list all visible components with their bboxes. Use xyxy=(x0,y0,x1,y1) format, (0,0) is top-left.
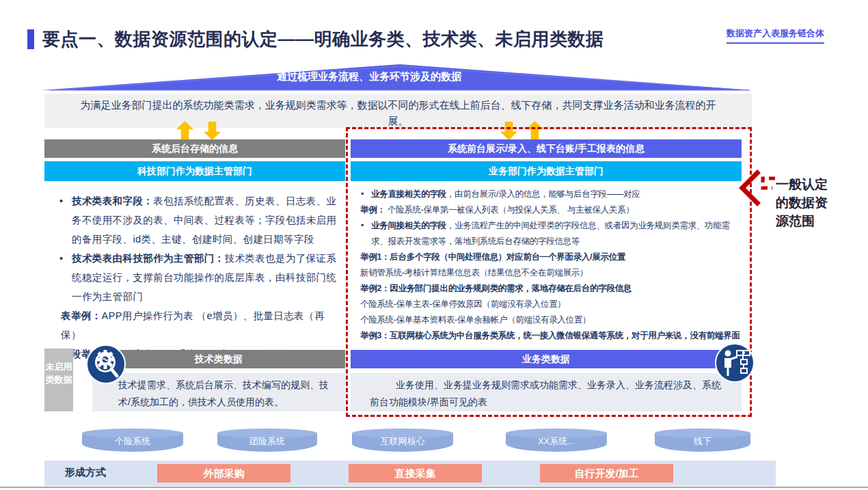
unused-category-box: 未启用类数据 xyxy=(44,349,73,411)
system-cylinder: XX系统... xyxy=(506,428,607,452)
corner-brand-tag: 数据资产入表服务链合体 xyxy=(727,27,824,44)
system-label: 团险系统 xyxy=(217,435,317,448)
left-bullet: 技术类表由科技部作为主管部门：技术类表也是为了保证系统稳定运行，支撑前台功能操作… xyxy=(44,249,345,306)
system-cylinder: 互联网核心 xyxy=(352,428,453,452)
bullet-label: 技术类表和字段： xyxy=(72,195,153,206)
left-bullet: 技术类表和字段：表包括系统配置表、历史表、日志表、业务不使用不涉及的表、中间表、… xyxy=(44,191,345,249)
right-line: 业务直接相关的字段，由前台展示/录入的信息，能够与后台字段——对应 xyxy=(351,187,742,202)
line-text: 个险系统-保单基本资料表-保单余额帐户（前端没有录入位置） xyxy=(360,315,591,325)
scope-arrow-icon xyxy=(737,167,779,215)
formation-method: 自行开发/加工 xyxy=(540,464,673,482)
left-subheader-bar: 科技部门作为数据主管部门 xyxy=(44,161,345,181)
line-text: 个险系统-保单第一被保人列表（与投保人关系、 与主被保人关系） xyxy=(385,205,634,215)
right-line: 业务间接相关的字段，业务流程产生的中间处理类的字段信息、或者因为业务规则类需求、… xyxy=(351,218,742,249)
funnel-label: 通过梳理业务流程、业务环节涉及的数据 xyxy=(205,70,533,83)
line-label: 举例2：因业务部门提出的业务规则类的需求，落地存储在后台的字段信息 xyxy=(360,284,632,293)
bottom-divider xyxy=(0,487,868,488)
intro-box: 为满足业务部门提出的系统功能类需求，业务规则类需求等，数据以不同的形式在线上前后… xyxy=(44,94,752,128)
slide-canvas: 要点一、数据资源范围的认定——明确业务类、技术类、未启用类数据 数据资产入表服务… xyxy=(0,0,868,490)
business-category-desc: 业务使用、业务提业务规则需求或功能需求、业务录入、业务流程涉及、系统前台功能模块… xyxy=(351,373,742,411)
right-line: 新销管系统-考核计算结果信息表（结果信息不全在前端展示） xyxy=(351,265,742,281)
formation-method: 外部采购 xyxy=(157,464,290,482)
tech-category-bar: 技术类数据 xyxy=(92,350,345,368)
system-cylinder: 团险系统 xyxy=(217,428,317,452)
formation-method: 直接采集 xyxy=(349,464,482,482)
scope-annotation: 一般认定的数据资源范围 xyxy=(776,175,836,230)
line-label: 举例1：后台多个字段（中间处理信息）对应前台一个界面录入/展示位置 xyxy=(360,252,625,262)
right-subheader-bar: 业务部门作为数据主管部门 xyxy=(351,161,742,181)
system-label: 互联网核心 xyxy=(352,435,453,448)
gear-magnifier-icon xyxy=(86,344,126,384)
right-line: 举例： 个险系统-保单第一被保人列表（与投保人关系、 与主被保人关系） xyxy=(351,202,742,218)
right-line: 个险系统-保单基本资料表-保单余额帐户（前端没有录入位置） xyxy=(351,312,742,328)
left-content-box: 技术类表和字段：表包括系统配置表、历史表、日志表、业务不使用不涉及的表、中间表、… xyxy=(44,182,345,346)
right-line: 举例2：因业务部门提出的业务规则类的需求，落地存储在后台的字段信息 xyxy=(351,281,742,297)
right-line: 个险系统-保单主表-保单停效原因（前端没有录入位置） xyxy=(351,297,742,312)
left-header-bar: 系统后台存储的信息 xyxy=(44,139,345,158)
business-category-bar: 业务类数据 xyxy=(351,350,742,368)
bullet-label: 技术类表由科技部作为主管部门： xyxy=(72,253,225,264)
title-accent-bar xyxy=(27,29,34,49)
right-line: 举例3：互联网核心系统为中台服务类系统，统一接入微信银保通等系统，对于用户来说，… xyxy=(351,328,742,344)
example-label: 表举例： xyxy=(61,310,102,321)
system-label: 个险系统 xyxy=(82,435,183,448)
system-label: XX系统... xyxy=(506,435,607,448)
line-text: 个险系统-保单主表-保单停效原因（前端没有录入位置） xyxy=(360,299,566,309)
right-line: 举例1：后台多个字段（中间处理信息）对应前台一个界面录入/展示位置 xyxy=(351,249,742,265)
right-header-bar: 系统前台展示/录入、线下台账/手工报表的信息 xyxy=(351,139,742,158)
page-title: 要点一、数据资源范围的认定——明确业务类、技术类、未启用类数据 xyxy=(42,27,604,51)
line-label: 业务间接相关的字段 xyxy=(371,221,446,230)
system-cylinder: 线下 xyxy=(655,428,750,452)
system-cylinder: 个险系统 xyxy=(82,428,183,452)
right-content-box: 业务直接相关的字段，由前台展示/录入的信息，能够与后台字段——对应 举例： 个险… xyxy=(351,182,742,346)
line-label: 举例： xyxy=(360,205,385,215)
line-text: ，由前台展示/录入的信息，能够与后台字段——对应 xyxy=(446,189,640,199)
formation-label: 形成方式 xyxy=(65,466,106,479)
system-label: 线下 xyxy=(655,435,750,448)
line-label: 举例3：互联网核心系统为中台服务类系统，统一接入微信银保通等系统，对于用户来说，… xyxy=(360,331,740,340)
person-orgchart-icon xyxy=(715,343,755,383)
line-text: 新销管系统-考核计算结果信息表（结果信息不全在前端展示） xyxy=(360,268,588,277)
left-example: 表举例：APP用户操作行为表 （e增员）、批量日志表（再保） xyxy=(44,306,345,344)
line-label: 业务直接相关的字段 xyxy=(371,189,446,199)
tech-category-desc: 技术提需求、系统后台展示、技术编写的规则、技术/系统加工的，供技术人员使用的表。 xyxy=(92,373,345,411)
